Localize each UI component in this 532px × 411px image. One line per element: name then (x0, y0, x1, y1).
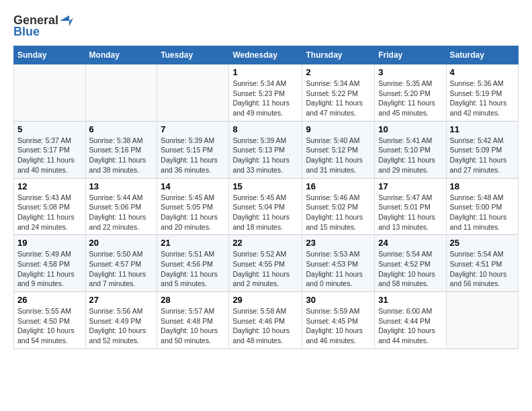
day-info: Sunrise: 5:57 AMSunset: 4:48 PMDaylight:… (161, 306, 225, 346)
day-number: 27 (89, 295, 154, 305)
calendar-cell (14, 64, 86, 122)
calendar-cell: 18Sunrise: 5:48 AMSunset: 5:00 PMDayligh… (446, 178, 519, 235)
day-number: 7 (161, 124, 225, 134)
day-number: 14 (161, 181, 225, 191)
calendar-cell: 27Sunrise: 5:56 AMSunset: 4:49 PMDayligh… (85, 292, 157, 349)
day-info: Sunrise: 6:00 AMSunset: 4:44 PMDaylight:… (378, 306, 442, 346)
calendar-cell: 15Sunrise: 5:45 AMSunset: 5:04 PMDayligh… (229, 178, 302, 235)
calendar-cell: 9Sunrise: 5:40 AMSunset: 5:12 PMDaylight… (302, 121, 375, 178)
day-info: Sunrise: 5:42 AMSunset: 5:09 PMDaylight:… (450, 136, 515, 175)
day-info: Sunrise: 5:43 AMSunset: 5:08 PMDaylight:… (17, 193, 82, 232)
day-info: Sunrise: 5:55 AMSunset: 4:50 PMDaylight:… (17, 306, 82, 346)
calendar-cell: 17Sunrise: 5:47 AMSunset: 5:01 PMDayligh… (375, 178, 446, 235)
day-info: Sunrise: 5:58 AMSunset: 4:46 PMDaylight:… (232, 306, 298, 346)
day-info: Sunrise: 5:45 AMSunset: 5:04 PMDaylight:… (232, 193, 298, 232)
day-info: Sunrise: 5:52 AMSunset: 4:55 PMDaylight:… (232, 249, 298, 289)
calendar-cell: 28Sunrise: 5:57 AMSunset: 4:48 PMDayligh… (157, 292, 229, 349)
day-number: 11 (450, 124, 515, 134)
calendar-cell: 10Sunrise: 5:41 AMSunset: 5:10 PMDayligh… (375, 121, 446, 178)
calendar-week-row: 26Sunrise: 5:55 AMSunset: 4:50 PMDayligh… (14, 292, 519, 349)
day-number: 12 (17, 181, 82, 191)
calendar-cell: 26Sunrise: 5:55 AMSunset: 4:50 PMDayligh… (14, 292, 86, 349)
calendar-cell: 8Sunrise: 5:39 AMSunset: 5:13 PMDaylight… (229, 121, 302, 178)
day-number: 6 (89, 124, 154, 134)
day-number: 24 (378, 238, 442, 248)
day-number: 31 (378, 295, 442, 305)
day-number: 26 (17, 295, 82, 305)
calendar-cell: 13Sunrise: 5:44 AMSunset: 5:06 PMDayligh… (85, 178, 157, 235)
calendar-cell: 24Sunrise: 5:54 AMSunset: 4:52 PMDayligh… (375, 235, 446, 292)
calendar-cell: 23Sunrise: 5:53 AMSunset: 4:53 PMDayligh… (302, 235, 375, 292)
day-number: 22 (232, 238, 298, 248)
day-number: 29 (232, 295, 298, 305)
day-number: 28 (161, 295, 225, 305)
calendar-table: SundayMondayTuesdayWednesdayThursdayFrid… (13, 46, 519, 349)
calendar-cell: 5Sunrise: 5:37 AMSunset: 5:17 PMDaylight… (14, 121, 86, 178)
calendar-cell: 16Sunrise: 5:46 AMSunset: 5:02 PMDayligh… (302, 178, 375, 235)
day-info: Sunrise: 5:40 AMSunset: 5:12 PMDaylight:… (306, 136, 371, 175)
day-info: Sunrise: 5:49 AMSunset: 4:58 PMDaylight:… (17, 249, 82, 289)
day-number: 16 (306, 181, 371, 191)
day-info: Sunrise: 5:34 AMSunset: 5:23 PMDaylight:… (232, 79, 298, 118)
day-number: 19 (17, 238, 82, 248)
day-number: 5 (17, 124, 82, 134)
logo-bird-icon (60, 15, 73, 26)
svg-marker-0 (60, 15, 73, 26)
day-info: Sunrise: 5:39 AMSunset: 5:13 PMDaylight:… (232, 136, 298, 175)
calendar-week-row: 1Sunrise: 5:34 AMSunset: 5:23 PMDaylight… (14, 64, 519, 122)
day-info: Sunrise: 5:56 AMSunset: 4:49 PMDaylight:… (89, 306, 154, 346)
calendar-cell: 25Sunrise: 5:54 AMSunset: 4:51 PMDayligh… (446, 235, 519, 292)
calendar-cell: 31Sunrise: 6:00 AMSunset: 4:44 PMDayligh… (375, 292, 446, 349)
page-header: General Blue (13, 13, 519, 39)
calendar-cell: 7Sunrise: 5:39 AMSunset: 5:15 PMDaylight… (157, 121, 229, 178)
calendar-header-row: SundayMondayTuesdayWednesdayThursdayFrid… (14, 46, 519, 64)
calendar-cell: 22Sunrise: 5:52 AMSunset: 4:55 PMDayligh… (229, 235, 302, 292)
day-number: 1 (232, 67, 298, 77)
calendar-cell: 29Sunrise: 5:58 AMSunset: 4:46 PMDayligh… (229, 292, 302, 349)
day-info: Sunrise: 5:50 AMSunset: 4:57 PMDaylight:… (89, 249, 154, 289)
calendar-cell (446, 292, 519, 349)
calendar-cell: 2Sunrise: 5:34 AMSunset: 5:22 PMDaylight… (302, 64, 375, 122)
calendar-cell: 11Sunrise: 5:42 AMSunset: 5:09 PMDayligh… (446, 121, 519, 178)
day-number: 8 (232, 124, 298, 134)
calendar-cell: 1Sunrise: 5:34 AMSunset: 5:23 PMDaylight… (229, 64, 302, 122)
day-info: Sunrise: 5:47 AMSunset: 5:01 PMDaylight:… (378, 193, 442, 232)
day-info: Sunrise: 5:34 AMSunset: 5:22 PMDaylight:… (306, 79, 371, 118)
day-number: 9 (306, 124, 371, 134)
day-number: 17 (378, 181, 442, 191)
day-info: Sunrise: 5:35 AMSunset: 5:20 PMDaylight:… (378, 79, 442, 118)
column-header-monday: Monday (85, 46, 157, 64)
day-number: 15 (232, 181, 298, 191)
day-info: Sunrise: 5:36 AMSunset: 5:19 PMDaylight:… (450, 79, 515, 118)
day-number: 21 (161, 238, 225, 248)
day-info: Sunrise: 5:51 AMSunset: 4:56 PMDaylight:… (161, 249, 225, 289)
calendar-cell: 19Sunrise: 5:49 AMSunset: 4:58 PMDayligh… (14, 235, 86, 292)
calendar-cell: 20Sunrise: 5:50 AMSunset: 4:57 PMDayligh… (85, 235, 157, 292)
day-number: 30 (306, 295, 371, 305)
day-info: Sunrise: 5:37 AMSunset: 5:17 PMDaylight:… (17, 136, 82, 175)
day-info: Sunrise: 5:45 AMSunset: 5:05 PMDaylight:… (161, 193, 225, 232)
column-header-sunday: Sunday (14, 46, 86, 64)
calendar-week-row: 12Sunrise: 5:43 AMSunset: 5:08 PMDayligh… (14, 178, 519, 235)
day-info: Sunrise: 5:46 AMSunset: 5:02 PMDaylight:… (306, 193, 371, 232)
day-info: Sunrise: 5:38 AMSunset: 5:16 PMDaylight:… (89, 136, 154, 175)
logo-blue: Blue (13, 25, 40, 39)
day-info: Sunrise: 5:39 AMSunset: 5:15 PMDaylight:… (161, 136, 225, 175)
calendar-cell: 12Sunrise: 5:43 AMSunset: 5:08 PMDayligh… (14, 178, 86, 235)
day-number: 4 (450, 67, 515, 77)
logo-graphic: General Blue (13, 13, 73, 39)
calendar-cell: 30Sunrise: 5:59 AMSunset: 4:45 PMDayligh… (302, 292, 375, 349)
day-number: 25 (450, 238, 515, 248)
calendar-cell: 21Sunrise: 5:51 AMSunset: 4:56 PMDayligh… (157, 235, 229, 292)
calendar-cell: 6Sunrise: 5:38 AMSunset: 5:16 PMDaylight… (85, 121, 157, 178)
column-header-tuesday: Tuesday (157, 46, 229, 64)
day-number: 20 (89, 238, 154, 248)
calendar-cell: 4Sunrise: 5:36 AMSunset: 5:19 PMDaylight… (446, 64, 519, 122)
column-header-thursday: Thursday (302, 46, 375, 64)
column-header-saturday: Saturday (446, 46, 519, 64)
day-number: 2 (306, 67, 371, 77)
calendar-cell: 14Sunrise: 5:45 AMSunset: 5:05 PMDayligh… (157, 178, 229, 235)
calendar-cell: 3Sunrise: 5:35 AMSunset: 5:20 PMDaylight… (375, 64, 446, 122)
day-number: 13 (89, 181, 154, 191)
day-info: Sunrise: 5:53 AMSunset: 4:53 PMDaylight:… (306, 249, 371, 289)
